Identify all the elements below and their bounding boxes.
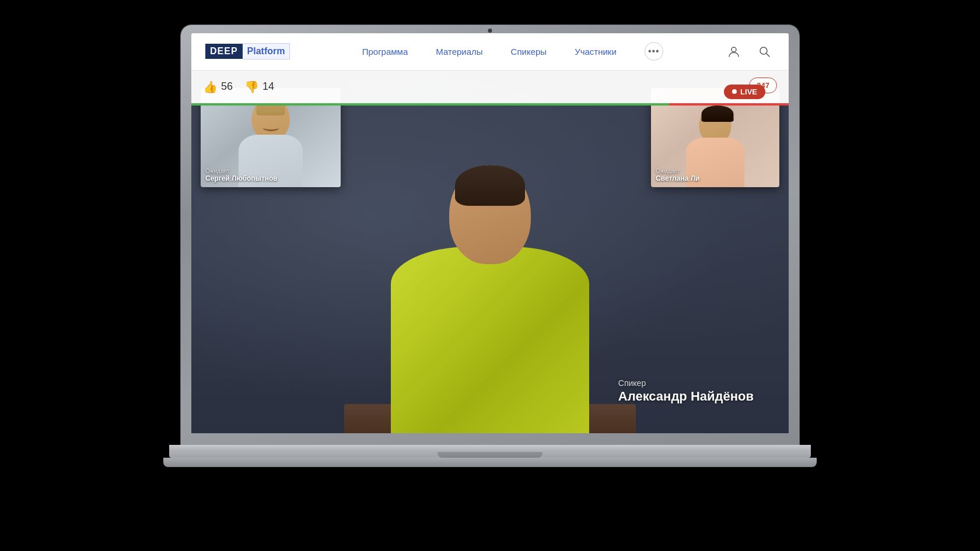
speaker-label: Спикер Александр Найдёнов — [618, 378, 754, 404]
thumbs-down-icon: 👎 — [244, 80, 259, 94]
video-area: Спикер Александр Найдёнов — [191, 71, 789, 433]
thumbs-up-icon: 👍 — [203, 80, 218, 94]
speaker-role: Спикер — [618, 378, 754, 388]
svg-point-0 — [732, 47, 736, 52]
nav-bar: DEEP Platform Программа Материалы Спикер… — [191, 33, 789, 71]
laptop-shell: DEEP Platform Программа Материалы Спикер… — [181, 25, 799, 527]
progress-bar-container — [191, 103, 789, 106]
laptop-camera — [488, 29, 492, 33]
speaker-head — [449, 165, 531, 264]
speaker-figure — [350, 95, 630, 433]
nav-link-spikery[interactable]: Спикеры — [511, 47, 547, 57]
speaker-hair — [455, 165, 525, 206]
svg-line-2 — [766, 54, 769, 57]
nav-actions — [723, 41, 775, 62]
live-badge: LIVE — [724, 85, 765, 99]
thumbnail-right-label: Ожидает Светлана Ли — [656, 168, 699, 183]
laptop-screen-outer: DEEP Platform Программа Материалы Спикер… — [181, 25, 799, 445]
nav-link-materialy[interactable]: Материалы — [436, 47, 482, 57]
laptop-camera-bar — [488, 29, 492, 33]
logo-container[interactable]: DEEP Platform — [205, 43, 290, 59]
like-reaction[interactable]: 👍 56 — [203, 80, 233, 94]
live-badge-wrapper: LIVE 347 — [746, 78, 777, 93]
progress-bar-red — [669, 103, 789, 106]
svg-point-1 — [760, 47, 767, 54]
speaker-body — [391, 247, 589, 433]
nav-links: Программа Материалы Спикеры Участники ••… — [325, 42, 700, 61]
thumbnail-left-name: Сергей Любопытнов — [205, 174, 278, 183]
nav-more-button[interactable]: ••• — [645, 42, 663, 61]
user-icon-button[interactable] — [723, 41, 744, 62]
speaker-name: Александр Найдёнов — [618, 389, 754, 404]
nav-link-uchastniki[interactable]: Участники — [575, 47, 617, 57]
like-count: 56 — [221, 80, 233, 93]
thumbnail-left-label: Ожидает Сергей Любопытнов — [205, 168, 278, 183]
dislike-count: 14 — [262, 80, 274, 93]
thumbnail-right-waiting: Ожидает — [656, 168, 699, 174]
progress-bar-green — [191, 103, 669, 106]
live-label: LIVE — [740, 87, 757, 96]
thumbnail-right-name: Светлана Ли — [656, 174, 699, 183]
live-dot — [732, 89, 737, 94]
dislike-reaction[interactable]: 👎 14 — [244, 80, 274, 94]
search-icon-button[interactable] — [754, 41, 775, 62]
thumbnail-left-waiting: Ожидает — [205, 168, 278, 174]
nav-link-programa[interactable]: Программа — [362, 47, 408, 57]
laptop-base — [169, 445, 811, 458]
logo-deep: DEEP — [205, 44, 243, 59]
laptop-bottom-bar — [163, 458, 817, 467]
laptop-screen-inner: DEEP Platform Программа Материалы Спикер… — [191, 33, 789, 433]
reaction-bar: 👍 56 👎 14 LIVE 347 — [191, 71, 789, 103]
logo-platform: Platform — [243, 43, 290, 59]
